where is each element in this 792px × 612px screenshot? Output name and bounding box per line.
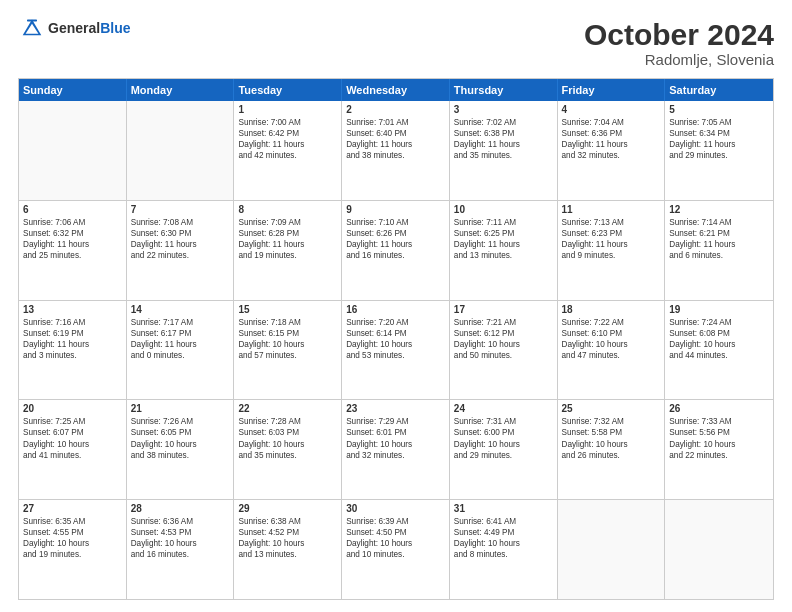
cell-line: and 35 minutes. (454, 150, 553, 161)
cell-line: Sunset: 6:26 PM (346, 228, 445, 239)
cell-line: Sunset: 4:53 PM (131, 527, 230, 538)
cell-line: and 10 minutes. (346, 549, 445, 560)
day-number: 13 (23, 304, 122, 315)
cell-line: Sunset: 6:28 PM (238, 228, 337, 239)
cell-line: and 32 minutes. (346, 450, 445, 461)
day-number: 23 (346, 403, 445, 414)
cal-cell: 9Sunrise: 7:10 AMSunset: 6:26 PMDaylight… (342, 201, 450, 300)
cell-line: Sunrise: 7:21 AM (454, 317, 553, 328)
day-number: 27 (23, 503, 122, 514)
cell-line: Daylight: 10 hours (131, 538, 230, 549)
cal-cell: 5Sunrise: 7:05 AMSunset: 6:34 PMDaylight… (665, 101, 773, 200)
cell-line: and 53 minutes. (346, 350, 445, 361)
cell-line: Sunset: 6:17 PM (131, 328, 230, 339)
cell-line: Sunset: 6:36 PM (562, 128, 661, 139)
cell-line: Daylight: 10 hours (346, 538, 445, 549)
cell-line: Daylight: 11 hours (131, 239, 230, 250)
cell-line: and 41 minutes. (23, 450, 122, 461)
day-number: 17 (454, 304, 553, 315)
day-number: 2 (346, 104, 445, 115)
day-number: 9 (346, 204, 445, 215)
day-number: 12 (669, 204, 769, 215)
cal-row-2: 13Sunrise: 7:16 AMSunset: 6:19 PMDayligh… (19, 300, 773, 400)
cell-line: Sunrise: 7:13 AM (562, 217, 661, 228)
day-number: 6 (23, 204, 122, 215)
cell-line: and 50 minutes. (454, 350, 553, 361)
day-number: 24 (454, 403, 553, 414)
day-number: 10 (454, 204, 553, 215)
cal-row-1: 6Sunrise: 7:06 AMSunset: 6:32 PMDaylight… (19, 200, 773, 300)
day-number: 26 (669, 403, 769, 414)
cell-line: Sunset: 6:32 PM (23, 228, 122, 239)
cal-cell: 10Sunrise: 7:11 AMSunset: 6:25 PMDayligh… (450, 201, 558, 300)
cell-line: Sunset: 6:07 PM (23, 427, 122, 438)
cell-line: Sunrise: 7:01 AM (346, 117, 445, 128)
cal-cell: 7Sunrise: 7:08 AMSunset: 6:30 PMDaylight… (127, 201, 235, 300)
header-tuesday: Tuesday (234, 79, 342, 101)
cell-line: Daylight: 10 hours (238, 538, 337, 549)
cell-line: Sunrise: 7:00 AM (238, 117, 337, 128)
cell-line: Daylight: 10 hours (23, 439, 122, 450)
cell-line: and 29 minutes. (454, 450, 553, 461)
cell-line: Daylight: 11 hours (454, 139, 553, 150)
cell-line: Sunset: 4:55 PM (23, 527, 122, 538)
cal-cell: 6Sunrise: 7:06 AMSunset: 6:32 PMDaylight… (19, 201, 127, 300)
cell-line: Sunrise: 7:32 AM (562, 416, 661, 427)
cell-line: Sunrise: 7:26 AM (131, 416, 230, 427)
day-number: 16 (346, 304, 445, 315)
cell-line: Sunrise: 7:09 AM (238, 217, 337, 228)
day-number: 5 (669, 104, 769, 115)
cal-cell: 28Sunrise: 6:36 AMSunset: 4:53 PMDayligh… (127, 500, 235, 599)
day-number: 11 (562, 204, 661, 215)
calendar-body: 1Sunrise: 7:00 AMSunset: 6:42 PMDaylight… (19, 101, 773, 599)
cell-line: Sunset: 6:10 PM (562, 328, 661, 339)
cell-line: Daylight: 11 hours (23, 339, 122, 350)
cell-line: and 6 minutes. (669, 250, 769, 261)
title-area: October 2024 Radomlje, Slovenia (584, 18, 774, 68)
cell-line: Sunset: 6:08 PM (669, 328, 769, 339)
cal-cell (558, 500, 666, 599)
cell-line: Sunrise: 7:25 AM (23, 416, 122, 427)
cell-line: and 26 minutes. (562, 450, 661, 461)
page: GeneralBlue October 2024 Radomlje, Slove… (0, 0, 792, 612)
day-number: 18 (562, 304, 661, 315)
cell-line: Sunset: 6:05 PM (131, 427, 230, 438)
cell-line: Daylight: 10 hours (346, 339, 445, 350)
cell-line: and 16 minutes. (131, 549, 230, 560)
header-friday: Friday (558, 79, 666, 101)
cell-line: and 22 minutes. (669, 450, 769, 461)
cell-line: and 38 minutes. (131, 450, 230, 461)
cell-line: and 0 minutes. (131, 350, 230, 361)
cell-line: Sunset: 6:23 PM (562, 228, 661, 239)
day-number: 14 (131, 304, 230, 315)
day-number: 7 (131, 204, 230, 215)
cell-line: Sunrise: 6:38 AM (238, 516, 337, 527)
cal-cell (127, 101, 235, 200)
logo-general: General (48, 20, 100, 36)
cell-line: Daylight: 11 hours (454, 239, 553, 250)
cell-line: Sunset: 6:01 PM (346, 427, 445, 438)
cal-cell: 4Sunrise: 7:04 AMSunset: 6:36 PMDaylight… (558, 101, 666, 200)
cal-cell: 12Sunrise: 7:14 AMSunset: 6:21 PMDayligh… (665, 201, 773, 300)
cal-cell (665, 500, 773, 599)
calendar-header: Sunday Monday Tuesday Wednesday Thursday… (19, 79, 773, 101)
logo-text: GeneralBlue (48, 19, 130, 37)
cell-line: Daylight: 11 hours (238, 139, 337, 150)
cell-line: Daylight: 10 hours (562, 439, 661, 450)
cal-cell: 19Sunrise: 7:24 AMSunset: 6:08 PMDayligh… (665, 301, 773, 400)
cal-cell: 22Sunrise: 7:28 AMSunset: 6:03 PMDayligh… (234, 400, 342, 499)
day-number: 8 (238, 204, 337, 215)
header-thursday: Thursday (450, 79, 558, 101)
cell-line: Sunrise: 7:24 AM (669, 317, 769, 328)
header-saturday: Saturday (665, 79, 773, 101)
cell-line: and 25 minutes. (23, 250, 122, 261)
cell-line: Daylight: 11 hours (346, 139, 445, 150)
cell-line: Sunrise: 7:20 AM (346, 317, 445, 328)
cal-cell: 18Sunrise: 7:22 AMSunset: 6:10 PMDayligh… (558, 301, 666, 400)
cal-cell: 31Sunrise: 6:41 AMSunset: 4:49 PMDayligh… (450, 500, 558, 599)
cal-cell: 3Sunrise: 7:02 AMSunset: 6:38 PMDaylight… (450, 101, 558, 200)
cell-line: Daylight: 10 hours (23, 538, 122, 549)
cell-line: Sunrise: 7:29 AM (346, 416, 445, 427)
cal-cell: 27Sunrise: 6:35 AMSunset: 4:55 PMDayligh… (19, 500, 127, 599)
cell-line: and 44 minutes. (669, 350, 769, 361)
